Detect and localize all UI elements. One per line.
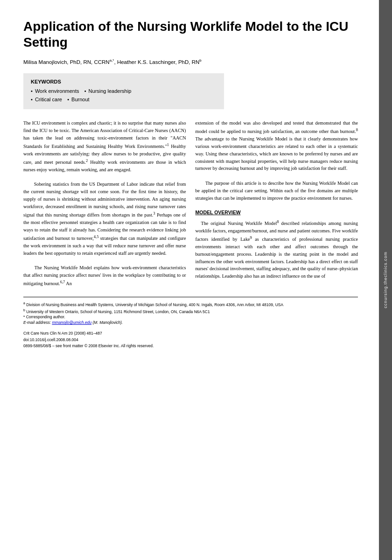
footnote-a: a Division of Nursing Business and Healt… xyxy=(23,301,358,308)
keyword-1: Work environments xyxy=(35,88,79,94)
author2-sup: b xyxy=(199,58,201,63)
keyword-3: Critical care xyxy=(35,97,62,102)
footnote-b: b University of Western Ontario, School … xyxy=(23,308,358,315)
keyword-bullet-1: • xyxy=(31,88,33,94)
two-column-layout: The ICU environment is complex and chaot… xyxy=(23,119,358,287)
journal-citation: Crit Care Nurs Clin N Am 20 (2008) 481–4… xyxy=(23,330,358,337)
col1-para3: The Nursing Worklife Model explains how … xyxy=(23,264,186,287)
col2-para1: extension of the model was also develope… xyxy=(196,119,358,172)
email-link[interactable]: mmanojlo@umich.edu xyxy=(52,320,91,325)
keywords-label: KEYWORDS xyxy=(31,79,217,84)
author1-name: Milisa Manojlovich, PhD, RN, CCRN xyxy=(23,59,110,65)
main-content: Application of the Nursing Worklife Mode… xyxy=(0,0,379,560)
authors-line: Milisa Manojlovich, PhD, RN, CCRNa,*, He… xyxy=(23,58,358,65)
keyword-4: Burnout xyxy=(71,97,90,102)
keyword-bullet-3: • xyxy=(31,97,33,102)
column-1: The ICU environment is complex and chaot… xyxy=(23,119,186,287)
col2-para2: The purpose of this article is to descri… xyxy=(196,180,358,202)
footnotes-area: a Division of Nursing Business and Healt… xyxy=(23,297,358,326)
side-tab-text: ccnursing.theclinics.com xyxy=(383,252,388,308)
article-title: Application of the Nursing Worklife Mode… xyxy=(23,19,358,50)
col2-section-text: The original Nursing Worklife Model8 des… xyxy=(196,219,358,280)
author1-sup: a,* xyxy=(110,58,114,63)
journal-info: Crit Care Nurs Clin N Am 20 (2008) 481–4… xyxy=(23,330,358,350)
keywords-box: KEYWORDS • Work environments • Nursing l… xyxy=(23,73,224,109)
side-tab: ccnursing.theclinics.com xyxy=(379,0,392,560)
col1-para2: Sobering statistics from the US Departme… xyxy=(23,181,186,257)
journal-doi: doi:10.1016/j.ccell.2008.08.004 xyxy=(23,337,358,343)
keywords-items: • Work environments • Nursing leadership… xyxy=(31,87,217,104)
keyword-bullet-4: • xyxy=(67,97,69,102)
col1-para1: The ICU environment is complex and chaot… xyxy=(23,119,186,173)
column-2: extension of the model was also develope… xyxy=(196,119,358,287)
footnote-email: E-mail address: mmanojlo@umich.edu (M. M… xyxy=(23,320,358,326)
keyword-bullet-2: • xyxy=(84,88,86,94)
page-container: Application of the Nursing Worklife Mode… xyxy=(0,0,392,560)
keyword-2: Nursing leadership xyxy=(89,88,132,94)
journal-rights: 0899-5885/08/$ – see front matter © 2008… xyxy=(23,343,358,350)
footnote-corresponding: * Corresponding author. xyxy=(23,315,358,320)
author2-name: Heather K.S. Laschinger, PhD, RN xyxy=(117,59,199,65)
section-heading-model-overview: MODEL OVERVIEW xyxy=(196,209,358,216)
